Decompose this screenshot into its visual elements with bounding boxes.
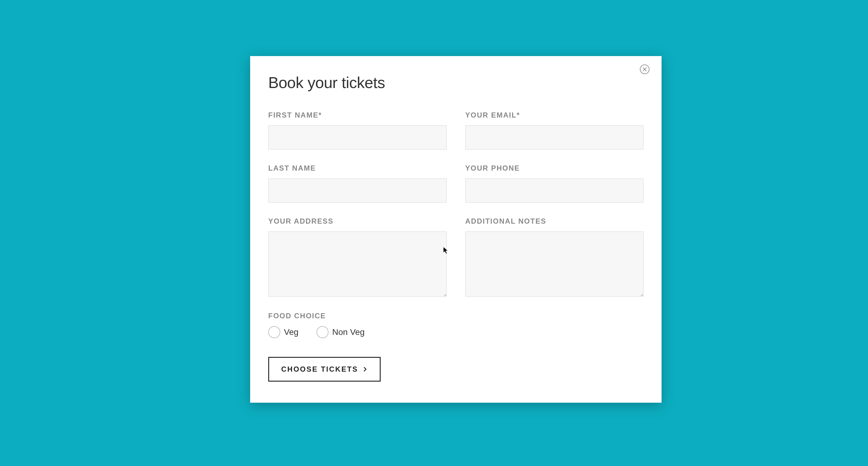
radio-label-nonveg: Non Veg — [332, 327, 364, 337]
modal-title: Book your tickets — [268, 73, 644, 92]
last-name-input[interactable] — [268, 179, 447, 203]
phone-field-wrapper: YOUR PHONE — [465, 164, 644, 203]
radio-option-veg[interactable]: Veg — [268, 326, 299, 338]
last-name-label: LAST NAME — [268, 164, 447, 173]
booking-modal: Book your tickets FIRST NAME* YOUR EMAIL… — [250, 56, 661, 403]
address-field-wrapper: YOUR ADDRESS — [268, 217, 447, 297]
notes-textarea[interactable] — [465, 231, 644, 297]
first-name-label: FIRST NAME* — [268, 111, 447, 119]
phone-label: YOUR PHONE — [465, 164, 644, 173]
email-input[interactable] — [465, 125, 644, 150]
food-choice-section: FOOD CHOICE Veg Non Veg — [268, 312, 644, 338]
food-choice-label: FOOD CHOICE — [268, 312, 644, 320]
notes-label: ADDITIONAL NOTES — [465, 217, 644, 225]
choose-tickets-button[interactable]: CHOOSE TICKETS — [268, 357, 381, 382]
first-name-field-wrapper: FIRST NAME* — [268, 111, 447, 150]
close-button[interactable] — [640, 64, 650, 74]
address-textarea[interactable] — [268, 231, 447, 297]
close-icon — [643, 67, 647, 71]
email-label: YOUR EMAIL* — [465, 111, 644, 119]
food-choice-radio-group: Veg Non Veg — [268, 326, 644, 338]
submit-button-label: CHOOSE TICKETS — [281, 365, 358, 373]
phone-input[interactable] — [465, 179, 644, 203]
notes-field-wrapper: ADDITIONAL NOTES — [465, 217, 644, 297]
radio-circle-icon — [316, 326, 329, 338]
radio-option-nonveg[interactable]: Non Veg — [316, 326, 364, 338]
first-name-input[interactable] — [268, 125, 447, 150]
radio-label-veg: Veg — [284, 327, 299, 337]
last-name-field-wrapper: LAST NAME — [268, 164, 447, 203]
address-label: YOUR ADDRESS — [268, 217, 447, 225]
radio-circle-icon — [268, 326, 280, 338]
email-field-wrapper: YOUR EMAIL* — [465, 111, 644, 150]
chevron-right-icon — [362, 367, 368, 372]
form-grid: FIRST NAME* YOUR EMAIL* LAST NAME YOUR P… — [268, 111, 644, 297]
